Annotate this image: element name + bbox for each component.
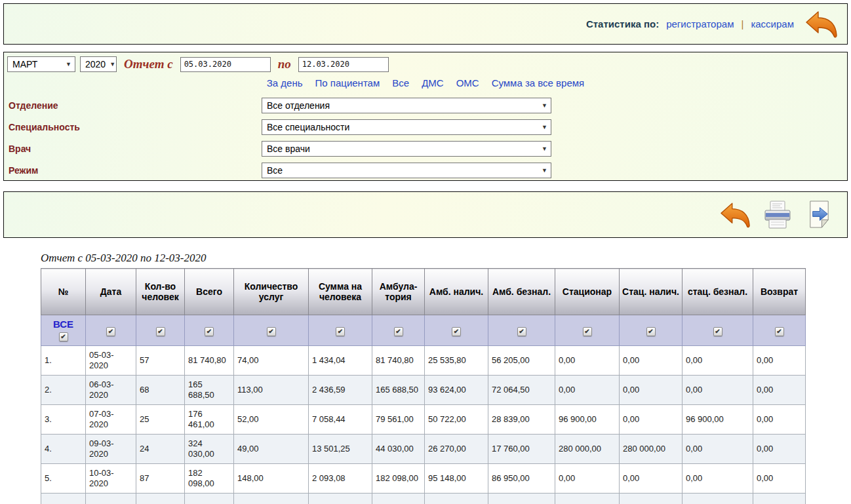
quick-link-vse[interactable]: Все xyxy=(392,77,409,88)
table-row: 1.05-03-20205781 740,8074,001 434,0481 7… xyxy=(41,346,806,376)
back-arrow-icon[interactable] xyxy=(805,9,838,39)
column-header: № xyxy=(41,269,86,315)
table-cell: 0,00 xyxy=(753,435,806,464)
period-row: МАРТ ▼ 2020 ▼ Отчет с по xyxy=(4,52,847,72)
print-icon[interactable] xyxy=(762,199,793,231)
chevron-down-icon: ▼ xyxy=(542,102,547,109)
table-row: 6.11-03-20206173 620,00101,001 206,8873 … xyxy=(41,494,806,504)
specialty-select[interactable]: Все специальности ▼ xyxy=(262,119,551,135)
select-column-cell: ✔ xyxy=(136,315,185,346)
column-header: Возврат xyxy=(753,269,806,315)
mode-select[interactable]: Все ▼ xyxy=(262,163,551,178)
table-cell: 1 206,88 xyxy=(309,494,372,504)
quick-link-za-den[interactable]: За день xyxy=(267,77,303,88)
date-from-input[interactable] xyxy=(180,57,271,72)
doctor-select-value: Все врачи xyxy=(267,144,310,154)
table-cell: 13 501,25 xyxy=(309,435,372,464)
column-header: Стац. налич. xyxy=(620,269,683,315)
table-cell: 93 624,00 xyxy=(425,376,488,405)
table-cell: 50 722,00 xyxy=(425,405,488,435)
table-cell: 182 098,00 xyxy=(185,464,234,494)
table-cell: 10-03-2020 xyxy=(86,464,136,494)
table-cell: 0,00 xyxy=(683,464,753,494)
column-checkbox[interactable]: ✔ xyxy=(156,327,165,336)
department-select-value: Все отделения xyxy=(267,100,330,111)
doctor-select[interactable]: Все врачи ▼ xyxy=(262,141,551,157)
chevron-down-icon: ▼ xyxy=(109,61,115,68)
table-row: 2.06-03-202068165 688,50113,002 436,5916… xyxy=(41,376,806,405)
quick-links-row: За день По пациентам Все ДМС ОМС Сумма з… xyxy=(4,77,847,88)
column-checkbox[interactable]: ✔ xyxy=(267,327,276,336)
report-section: Отчет с 05-03-2020 по 12-03-2020 №ДатаКо… xyxy=(41,252,805,504)
column-header: Амб. безнал. xyxy=(488,269,555,315)
table-cell: 176 461,00 xyxy=(185,405,234,435)
table-cell: 7 058,44 xyxy=(309,405,372,435)
stats-by-label: Статистика по: xyxy=(586,18,659,29)
chevron-down-icon: ▼ xyxy=(542,145,547,152)
quick-link-dms[interactable]: ДМС xyxy=(422,77,444,88)
column-header: Сумма на человека xyxy=(309,269,372,315)
table-cell: 2 436,59 xyxy=(309,376,372,405)
table-cell: 0,00 xyxy=(620,405,683,435)
report-title: Отчет с 05-03-2020 по 12-03-2020 xyxy=(41,252,805,265)
select-column-cell: ✔ xyxy=(86,315,136,346)
filter-label-doctor: Врач xyxy=(9,144,262,154)
column-checkbox[interactable]: ✔ xyxy=(452,327,461,336)
table-cell: 81 740,80 xyxy=(372,346,425,376)
table-cell: 165 688,50 xyxy=(185,376,234,405)
select-all-checkbox[interactable]: ✔ xyxy=(59,332,68,341)
column-checkbox[interactable]: ✔ xyxy=(775,327,784,336)
year-select-value: 2020 xyxy=(85,59,106,69)
quick-link-oms[interactable]: ОМС xyxy=(456,77,479,88)
chevron-down-icon: ▼ xyxy=(66,61,71,68)
select-column-cell: ✔ xyxy=(185,315,234,346)
quick-link-po-patsientam[interactable]: По пациентам xyxy=(315,77,380,88)
back-arrow-icon[interactable] xyxy=(720,201,751,229)
table-cell: 148,00 xyxy=(234,464,309,494)
column-header: Амб. налич. xyxy=(425,269,488,315)
table-cell: 0,00 xyxy=(753,464,806,494)
export-page-icon[interactable] xyxy=(804,199,834,230)
column-checkbox[interactable]: ✔ xyxy=(205,327,214,336)
quick-link-summa-za-vse-vremya[interactable]: Сумма за все время xyxy=(492,77,585,88)
table-cell: 96 900,00 xyxy=(555,405,620,435)
column-checkbox[interactable]: ✔ xyxy=(336,327,345,336)
column-checkbox[interactable]: ✔ xyxy=(713,327,722,336)
row-number-cell: 1. xyxy=(41,346,86,376)
column-header: Дата xyxy=(86,269,136,315)
filter-label-mode: Режим xyxy=(9,165,262,176)
table-cell: 87 xyxy=(136,464,185,494)
date-to-input[interactable] xyxy=(298,57,389,72)
column-checkbox[interactable]: ✔ xyxy=(394,327,403,336)
table-cell: 74,00 xyxy=(234,346,309,376)
table-cell: 0,00 xyxy=(683,376,753,405)
table-cell: 165 688,50 xyxy=(372,376,425,405)
table-cell: 68 xyxy=(136,376,185,405)
table-cell: 86 950,00 xyxy=(488,464,555,494)
column-checkbox[interactable]: ✔ xyxy=(583,327,592,336)
select-column-cell: ✔ xyxy=(753,315,806,346)
table-cell: 0,00 xyxy=(555,464,620,494)
table-row: 5.10-03-202087182 098,00148,002 093,0818… xyxy=(41,464,806,494)
year-select[interactable]: 2020 ▼ xyxy=(80,56,117,72)
table-cell: 95 148,00 xyxy=(425,464,488,494)
link-registrators[interactable]: регистраторам xyxy=(666,18,734,29)
table-header-row: №ДатаКол-во человекВсегоКоличество услуг… xyxy=(41,269,806,315)
column-checkbox[interactable]: ✔ xyxy=(517,327,526,336)
column-checkbox[interactable]: ✔ xyxy=(646,327,656,336)
filter-label-department: Отделение xyxy=(9,100,262,111)
chevron-down-icon: ▼ xyxy=(542,124,547,130)
link-cashiers[interactable]: кассирам xyxy=(751,18,794,29)
table-cell: 0,00 xyxy=(753,494,806,504)
column-header: Количество услуг xyxy=(234,269,309,315)
select-column-cell: ✔ xyxy=(234,315,309,346)
table-cell: 73 620,00 xyxy=(185,494,234,504)
column-checkbox[interactable]: ✔ xyxy=(106,327,115,336)
select-all-label[interactable]: ВСЕ xyxy=(42,319,85,330)
row-number-cell: 2. xyxy=(41,376,86,405)
table-cell: 0,00 xyxy=(620,346,683,376)
month-select[interactable]: МАРТ ▼ xyxy=(7,56,75,72)
department-select[interactable]: Все отделения ▼ xyxy=(262,98,551,113)
table-cell: 0,00 xyxy=(555,376,620,405)
table-cell: 11-03-2020 xyxy=(86,494,136,504)
